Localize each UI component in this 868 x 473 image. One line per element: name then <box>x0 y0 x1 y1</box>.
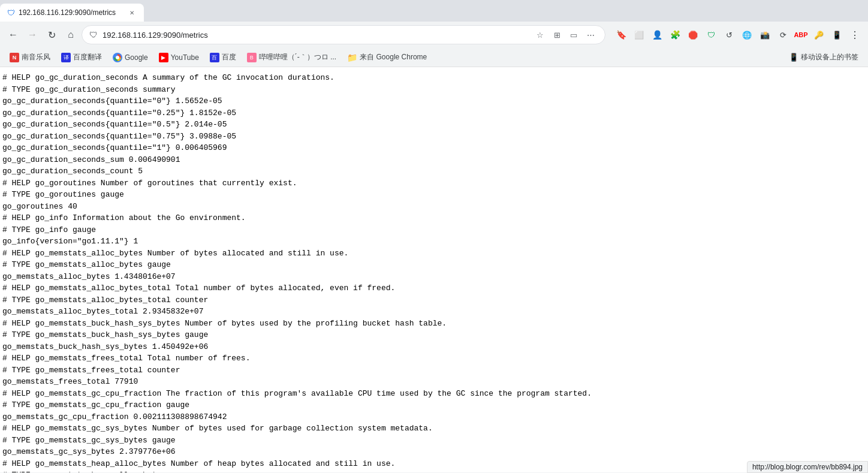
browser-profile-button[interactable]: 👤 <box>649 26 665 43</box>
metrics-line: # TYPE go_memstats_heap_alloc_bytes gaug… <box>2 469 866 472</box>
bookmark-google-label: Google <box>125 53 148 62</box>
metrics-line: # TYPE go_memstats_gc_sys_bytes gauge <box>2 435 866 447</box>
address-icons: ☆ ⊞ ▭ ⋯ <box>533 28 598 42</box>
screenshot-icon[interactable]: 📸 <box>757 26 773 43</box>
bookmark-nanyin[interactable]: N 南音乐风 <box>5 50 55 65</box>
metrics-line: # HELP go_info Information about the Go … <box>2 212 866 224</box>
adblock-icon[interactable]: 🛑 <box>685 26 701 43</box>
translate-icon[interactable]: 🌐 <box>739 26 755 43</box>
profile-icon[interactable]: 🔖 <box>613 26 629 43</box>
back-button[interactable]: ← <box>5 26 22 43</box>
metrics-line: # HELP go_memstats_gc_sys_bytes Number o… <box>2 423 866 435</box>
bookmark-baidu-favicon: 百 <box>210 53 219 62</box>
metrics-line: go_memstats_gc_cpu_fraction 0.0021113088… <box>2 411 866 423</box>
address-bar[interactable]: 🛡 192.168.116.129:9090/metrics ☆ ⊞ ▭ ⋯ <box>82 25 605 44</box>
metrics-line: # HELP go_gc_duration_seconds A summary … <box>2 72 866 84</box>
tab-title: 192.168.116.129:9090/metrics <box>19 8 123 17</box>
metrics-line: # TYPE go_goroutines gauge <box>2 189 866 201</box>
qr-code-icon[interactable]: ⊞ <box>550 28 564 42</box>
navigation-bar: ← → ↻ ⌂ 🛡 192.168.116.129:9090/metrics ☆… <box>0 22 868 48</box>
kaspersky-icon[interactable]: 🛡 <box>703 26 719 43</box>
metrics-line: go_gc_duration_seconds{quantile="0.5"} 2… <box>2 119 866 131</box>
metrics-line: # TYPE go_info gauge <box>2 224 866 236</box>
metrics-line: go_gc_duration_seconds_sum 0.006490901 <box>2 154 866 166</box>
bookmark-baidu-translate-favicon: 译 <box>61 53 71 62</box>
cast-icon[interactable]: ▭ <box>566 28 581 42</box>
metrics-line: go_memstats_alloc_bytes 1.4348016e+07 <box>2 271 866 283</box>
bookmarks-bar: N 南音乐风 译 百度翻译 Google ▶ YouTube <box>0 48 868 67</box>
bookmark-chrome-folder[interactable]: 📁 来自 Google Chrome <box>342 50 432 65</box>
password-icon[interactable]: 🔑 <box>810 26 827 43</box>
extension2-icon[interactable]: 📱 <box>828 26 845 43</box>
bookmark-folder-icon: 📁 <box>347 53 357 62</box>
metrics-line: go_info{version="go1.11.1"} 1 <box>2 236 866 248</box>
metrics-line: # TYPE go_memstats_alloc_bytes gauge <box>2 259 866 271</box>
bookmark-baidu-label: 百度 <box>222 52 236 62</box>
bookmark-google-favicon <box>113 53 122 62</box>
bookmark-youtube[interactable]: ▶ YouTube <box>154 50 204 65</box>
bookmark-youtube-label: YouTube <box>171 53 199 62</box>
metrics-line: # HELP go_memstats_gc_cpu_fraction The f… <box>2 388 866 400</box>
active-tab[interactable]: 🛡 192.168.116.129:9090/metrics ✕ <box>0 4 144 22</box>
metrics-line: # HELP go_memstats_buck_hash_sys_bytes N… <box>2 318 866 330</box>
bookmark-mobile[interactable]: 📱 移动设备上的书签 <box>784 50 863 65</box>
bookmark-baidu[interactable]: 百 百度 <box>205 50 241 65</box>
bookmark-baidu-translate[interactable]: 译 百度翻译 <box>56 50 107 65</box>
bookmark-star-icon[interactable]: ☆ <box>533 28 547 42</box>
security-icon: 🛡 <box>89 30 98 40</box>
home-button[interactable]: ⌂ <box>62 26 79 43</box>
metrics-line: # HELP go_memstats_alloc_bytes_total Tot… <box>2 282 866 294</box>
more-icon[interactable]: ⋯ <box>583 28 598 42</box>
toolbar-right: 🔖 ⬜ 👤 🧩 🛑 🛡 ↺ 🌐 📸 ⟳ ABP 🔑 📱 ⋮ <box>613 26 863 43</box>
bookmark-mobile-label: 移动设备上的书签 <box>801 52 858 62</box>
bookmark-nanyin-favicon: N <box>10 53 19 62</box>
metrics-line: # TYPE go_memstats_alloc_bytes_total cou… <box>2 294 866 306</box>
reload-button[interactable]: ↻ <box>43 26 60 43</box>
bookmark-mobile-icon: 📱 <box>789 53 798 62</box>
metrics-line: # HELP go_memstats_frees_total Total num… <box>2 353 866 364</box>
metrics-line: go_gc_duration_seconds{quantile="1"} 0.0… <box>2 142 866 154</box>
metrics-line: # HELP go_memstats_alloc_bytes Number of… <box>2 248 866 260</box>
metrics-line: go_memstats_buck_hash_sys_bytes 1.450492… <box>2 341 866 353</box>
forward-button[interactable]: → <box>24 26 41 43</box>
bookmark-bilibili[interactable]: B 哔哩哔哩（´-｀）つロ ... <box>242 50 341 65</box>
metrics-line: go_goroutines 40 <box>2 201 866 213</box>
bookmark-google[interactable]: Google <box>108 50 153 65</box>
bookmark-youtube-favicon: ▶ <box>159 53 168 62</box>
svg-point-1 <box>116 56 119 59</box>
metrics-line: go_memstats_frees_total 77910 <box>2 376 866 388</box>
abp-icon[interactable]: ABP <box>792 26 809 43</box>
metrics-content: # HELP go_gc_duration_seconds A summary … <box>0 67 868 472</box>
customize-button[interactable]: ⋮ <box>846 26 863 43</box>
bookmark-bilibili-label: 哔哩哔哩（´-｀）つロ ... <box>259 52 336 62</box>
metrics-line: go_gc_duration_seconds{quantile="0.75"} … <box>2 131 866 143</box>
metrics-line: go_memstats_alloc_bytes_total 2.9345832e… <box>2 306 866 318</box>
bookmark-bilibili-favicon: B <box>247 53 257 62</box>
metrics-line: # TYPE go_memstats_frees_total counter <box>2 364 866 376</box>
history-icon[interactable]: ↺ <box>721 26 737 43</box>
bookmark-nanyin-label: 南音乐风 <box>22 52 50 62</box>
tab-favicon: 🛡 <box>7 8 15 17</box>
address-text: 192.168.116.129:9090/metrics <box>103 31 528 40</box>
metrics-line: go_gc_duration_seconds_count 5 <box>2 165 866 177</box>
metrics-line: go_memstats_gc_sys_bytes 2.379776e+06 <box>2 446 866 458</box>
browser-chrome: 🛡 192.168.116.129:9090/metrics ✕ ← → ↻ ⌂… <box>0 0 868 67</box>
tab-bar: 🛡 192.168.116.129:9090/metrics ✕ <box>0 0 868 22</box>
bookmark-baidu-translate-label: 百度翻译 <box>73 52 102 62</box>
metrics-line: go_gc_duration_seconds{quantile="0.25"} … <box>2 107 866 119</box>
metrics-line: # HELP go_memstats_heap_alloc_bytes Numb… <box>2 458 866 470</box>
extensions-icon[interactable]: 🧩 <box>667 26 683 43</box>
metrics-line: # TYPE go_memstats_buck_hash_sys_bytes g… <box>2 329 866 341</box>
metrics-line: # TYPE go_memstats_gc_cpu_fraction gauge <box>2 399 866 411</box>
status-url: http://blog.blogr.com/rev/bb894.jpg <box>747 461 868 473</box>
tab-overview-button[interactable]: ⬜ <box>631 26 647 43</box>
bookmark-chrome-folder-label: 来自 Google Chrome <box>360 52 427 62</box>
metrics-line: go_gc_duration_seconds{quantile="0"} 1.5… <box>2 95 866 107</box>
metrics-line: # TYPE go_gc_duration_seconds summary <box>2 84 866 96</box>
tab-close-button[interactable]: ✕ <box>127 8 137 17</box>
sync-icon[interactable]: ⟳ <box>774 26 791 43</box>
metrics-line: # HELP go_goroutines Number of goroutine… <box>2 177 866 189</box>
